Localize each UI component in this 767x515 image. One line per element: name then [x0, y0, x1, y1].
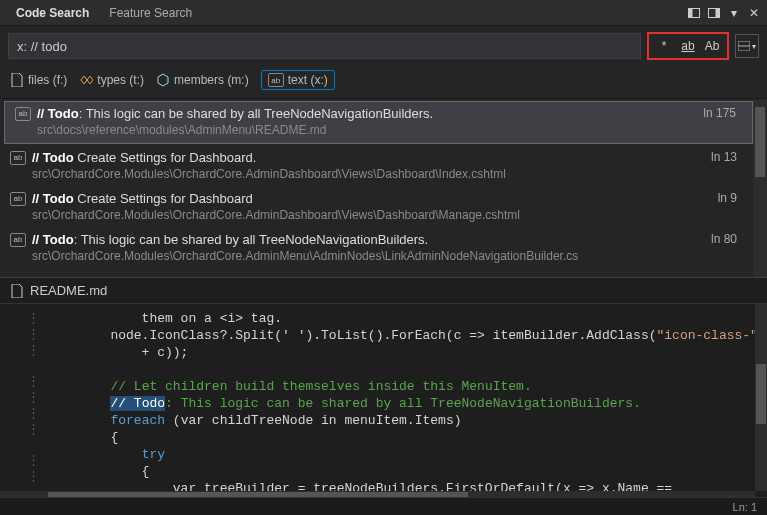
text-icon: ab: [268, 73, 284, 87]
tab-code-search[interactable]: Code Search: [6, 2, 99, 24]
match-case-toggle[interactable]: Ab: [701, 36, 723, 56]
dock-right-icon[interactable]: [707, 6, 721, 20]
result-title: // Todo: This logic can be shared by all…: [32, 232, 428, 247]
filter-members[interactable]: members (m:): [156, 70, 249, 90]
titlebar: Code Search Feature Search ▾ ✕: [0, 0, 767, 26]
result-title: // Todo Create Settings for Dashboard: [32, 191, 253, 206]
search-result-item[interactable]: ab// Todo: This logic can be shared by a…: [0, 228, 753, 269]
whole-word-toggle[interactable]: ab: [677, 36, 699, 56]
tab-feature-search[interactable]: Feature Search: [99, 2, 202, 24]
svg-rect-3: [716, 8, 720, 17]
filter-types[interactable]: types (t:): [79, 70, 144, 90]
result-title: // Todo: This logic can be shared by all…: [37, 106, 433, 121]
svg-rect-1: [689, 8, 693, 17]
preview-file-tab[interactable]: README.md: [0, 277, 767, 303]
dock-left-icon[interactable]: [687, 6, 701, 20]
result-path: src\OrchardCore.Modules\OrchardCore.Admi…: [10, 249, 578, 263]
search-row: * ab Ab ▾: [0, 26, 767, 66]
gutter: ⋮⋮⋮ ⋮⋮⋮⋮ ⋮⋮: [0, 304, 48, 503]
search-input[interactable]: [8, 33, 641, 59]
code-preview: ⋮⋮⋮ ⋮⋮⋮⋮ ⋮⋮ them on a <i> tag. node.Icon…: [0, 303, 767, 503]
results-scroll-thumb[interactable]: [755, 107, 765, 177]
filter-label: files (f:): [28, 73, 67, 87]
editor-vertical-thumb[interactable]: [756, 364, 766, 424]
status-bar: Ln: 1: [0, 497, 767, 515]
filter-label: types (t:): [97, 73, 144, 87]
results-list: ab// Todo: This logic can be shared by a…: [0, 99, 767, 277]
titlebar-tabs: Code Search Feature Search: [6, 2, 202, 24]
chevron-down-icon[interactable]: ▾: [727, 6, 741, 20]
search-result-item[interactable]: ab// Todo Create Settings for Dashboards…: [0, 187, 753, 228]
result-line-number: ln 80: [711, 232, 743, 246]
result-line-number: ln 13: [711, 150, 743, 164]
types-icon: [79, 73, 93, 87]
preview-file-name: README.md: [30, 283, 107, 298]
result-path: src\OrchardCore.Modules\OrchardCore.Admi…: [10, 167, 506, 181]
wildcard-toggle[interactable]: *: [653, 36, 675, 56]
window-controls: ▾ ✕: [687, 6, 761, 20]
file-icon: [10, 73, 24, 87]
result-path: src\docs\reference\modules\AdminMenu\REA…: [15, 123, 433, 137]
text-icon: ab: [10, 192, 26, 206]
filter-text[interactable]: ab text (x:): [261, 70, 335, 90]
result-path: src\OrchardCore.Modules\OrchardCore.Admi…: [10, 208, 520, 222]
filter-files[interactable]: files (f:): [10, 70, 67, 90]
results-scrollbar[interactable]: [753, 99, 767, 277]
cursor-position: Ln: 1: [733, 501, 757, 513]
code-content[interactable]: them on a <i> tag. node.IconClass?.Split…: [48, 304, 767, 503]
filter-label: members (m:): [174, 73, 249, 87]
close-icon[interactable]: ✕: [747, 6, 761, 20]
search-options-group: * ab Ab: [647, 32, 729, 60]
text-icon: ab: [15, 107, 31, 121]
result-line-number: ln 175: [703, 106, 742, 120]
search-result-item[interactable]: ab// Todo Create Settings for Dashboard.…: [0, 146, 753, 187]
filter-row: files (f:) types (t:) members (m:) ab te…: [0, 66, 767, 99]
view-mode-button[interactable]: ▾: [735, 34, 759, 58]
result-line-number: ln 9: [718, 191, 743, 205]
file-icon: [10, 284, 24, 298]
text-icon: ab: [10, 151, 26, 165]
text-icon: ab: [10, 233, 26, 247]
editor-vertical-scrollbar[interactable]: [755, 304, 767, 491]
result-title: // Todo Create Settings for Dashboard.: [32, 150, 256, 165]
members-icon: [156, 73, 170, 87]
search-result-item[interactable]: ab// Todo: This logic can be shared by a…: [4, 101, 753, 144]
filter-label: text (x:): [288, 73, 328, 87]
